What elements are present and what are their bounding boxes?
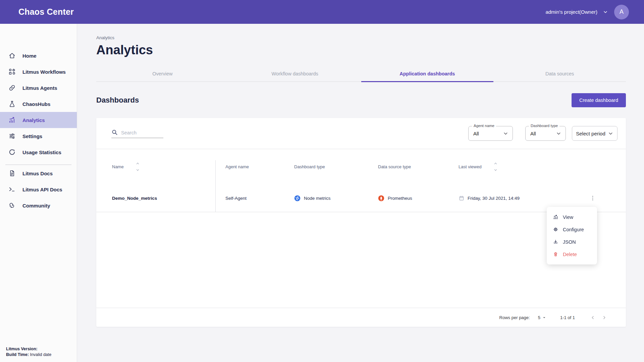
kebab-menu-icon — [590, 195, 596, 201]
build-time-label: Build Time: — [6, 352, 29, 357]
rows-per-page-label: Rows per page: — [499, 315, 530, 320]
tab-application-dashboards[interactable]: Application dashboards — [361, 66, 494, 82]
sort-desc-icon[interactable] — [493, 169, 498, 172]
sidebar-divider — [5, 165, 71, 165]
menu-item-configure[interactable]: Configure — [547, 223, 597, 236]
menu-item-json[interactable]: JSON — [547, 236, 597, 248]
row-agent-name: Self-Agent — [215, 184, 284, 212]
view-chart-icon — [553, 214, 558, 220]
sort-control-name[interactable] — [136, 162, 140, 172]
calendar-icon — [459, 195, 465, 201]
search-input[interactable] — [121, 130, 158, 135]
table-row[interactable]: Demo_Node_metrics Self-Agent Node metric… — [96, 184, 626, 212]
column-header-name: Name — [96, 149, 215, 184]
column-header-last-viewed: Last viewed — [448, 149, 559, 184]
chevron-down-icon — [556, 131, 561, 136]
avatar-letter: A — [620, 8, 624, 15]
sidebar-item-label: Usage Statistics — [22, 149, 61, 155]
flask-icon — [8, 100, 16, 108]
chevron-down-icon — [603, 9, 608, 15]
node-metrics-icon — [294, 195, 301, 201]
agent-name-select-value: All — [473, 131, 479, 136]
sidebar-item-label: Litmus Workflows — [22, 69, 66, 75]
sliders-icon — [8, 132, 16, 140]
sidebar-item-analytics[interactable]: Analytics — [0, 112, 77, 128]
download-icon — [553, 239, 558, 245]
sort-asc-icon[interactable] — [493, 162, 498, 165]
dashboard-type-select[interactable]: Dashboard type All — [525, 126, 566, 141]
dashboards-heading: Dashboards — [96, 96, 139, 105]
sidebar-item-litmus-api-docs[interactable]: Litmus API Docs — [0, 181, 77, 197]
sidebar-item-community[interactable]: Community — [0, 197, 77, 214]
sidebar-item-label: Settings — [22, 133, 42, 139]
chevron-left-icon — [590, 315, 595, 320]
sidebar-item-label: Litmus API Docs — [22, 187, 62, 192]
tab-workflow-dashboards[interactable]: Workflow dashboards — [229, 66, 361, 82]
search-icon — [111, 129, 118, 135]
project-selector-label: admin's project(Owner) — [545, 9, 597, 15]
select-period-label: Select period — [576, 131, 605, 136]
app-header: Chaos Center admin's project(Owner) A — [0, 0, 644, 24]
page-title: Analytics — [96, 43, 626, 57]
sidebar-item-settings[interactable]: Settings — [0, 128, 77, 144]
filter-bar: Agent name All Dashboard type All Select… — [96, 118, 626, 149]
breadcrumb: Analytics — [96, 35, 626, 40]
menu-item-view[interactable]: View — [547, 211, 597, 223]
agent-name-select-label: Agent name — [472, 124, 496, 128]
dropdown-arrow-icon — [542, 316, 546, 319]
row-dashboard-name: Demo_Node_metrics — [96, 184, 215, 212]
rows-per-page-select[interactable]: 5 — [538, 315, 546, 320]
usage-statistics-icon — [8, 148, 16, 156]
sidebar-item-label: Home — [22, 53, 37, 59]
sidebar: Home Litmus Workflows Litmus Agents Chao… — [0, 24, 77, 362]
sidebar-item-litmus-workflows[interactable]: Litmus Workflows — [0, 64, 77, 80]
sidebar-item-litmus-docs[interactable]: Litmus Docs — [0, 165, 77, 181]
tab-bar: Overview Workflow dashboards Application… — [96, 66, 626, 82]
chat-bubbles-icon — [8, 202, 16, 209]
column-header-dashboard-type: Dashboard type — [284, 149, 368, 184]
sort-desc-icon[interactable] — [136, 169, 140, 172]
sort-control-last-viewed[interactable] — [493, 162, 498, 172]
pagination-range: 1-1 of 1 — [560, 315, 575, 320]
tab-overview[interactable]: Overview — [96, 66, 229, 82]
sidebar-item-label: Litmus Agents — [22, 85, 57, 91]
row-context-menu: View Configure JSON Delete — [547, 207, 597, 264]
pagination-bar: Rows per page: 5 1-1 of 1 — [96, 308, 626, 327]
sidebar-item-label: Analytics — [22, 117, 45, 123]
sidebar-item-chaoshubs[interactable]: ChaosHubs — [0, 96, 77, 112]
row-dashboard-type: Node metrics — [284, 184, 368, 212]
analytics-icon — [8, 116, 16, 124]
agent-name-select[interactable]: Agent name All — [468, 126, 513, 141]
next-page-button[interactable] — [598, 312, 610, 323]
row-options-button[interactable] — [587, 192, 598, 204]
sidebar-item-home[interactable]: Home — [0, 48, 77, 64]
avatar[interactable]: A — [614, 5, 629, 19]
search-box[interactable] — [111, 129, 163, 138]
sidebar-item-label: ChaosHubs — [22, 101, 50, 107]
trash-icon — [553, 251, 558, 257]
workflows-icon — [8, 68, 16, 75]
chevron-down-icon — [608, 131, 613, 136]
chevron-right-icon — [602, 315, 607, 320]
sidebar-item-usage-statistics[interactable]: Usage Statistics — [0, 144, 77, 160]
column-header-agent-name: Agent name — [215, 149, 284, 184]
dashboard-type-select-value: All — [530, 131, 536, 136]
project-selector[interactable]: admin's project(Owner) — [545, 9, 608, 15]
previous-page-button[interactable] — [587, 312, 598, 323]
create-dashboard-button[interactable]: Create dashboard — [572, 93, 626, 107]
menu-item-delete[interactable]: Delete — [547, 248, 597, 260]
column-header-data-source-type: Data source type — [368, 149, 448, 184]
prometheus-icon — [378, 195, 384, 201]
tab-data-sources[interactable]: Data sources — [493, 66, 626, 82]
rows-per-page-value: 5 — [538, 315, 540, 320]
dashboard-type-select-label: Dashboard type — [529, 124, 559, 128]
terminal-icon — [8, 186, 16, 193]
document-icon — [8, 170, 16, 177]
sidebar-item-litmus-agents[interactable]: Litmus Agents — [0, 80, 77, 96]
sort-asc-icon[interactable] — [136, 162, 140, 165]
select-period-button[interactable]: Select period — [572, 126, 618, 141]
row-data-source-type: Prometheus — [368, 184, 448, 212]
app-title: Chaos Center — [18, 7, 74, 17]
version-info: Litmus Version: Build Time: Invalid date — [6, 346, 51, 358]
table-header-row: Name Agent name Dashboard type Data sour… — [96, 149, 626, 184]
